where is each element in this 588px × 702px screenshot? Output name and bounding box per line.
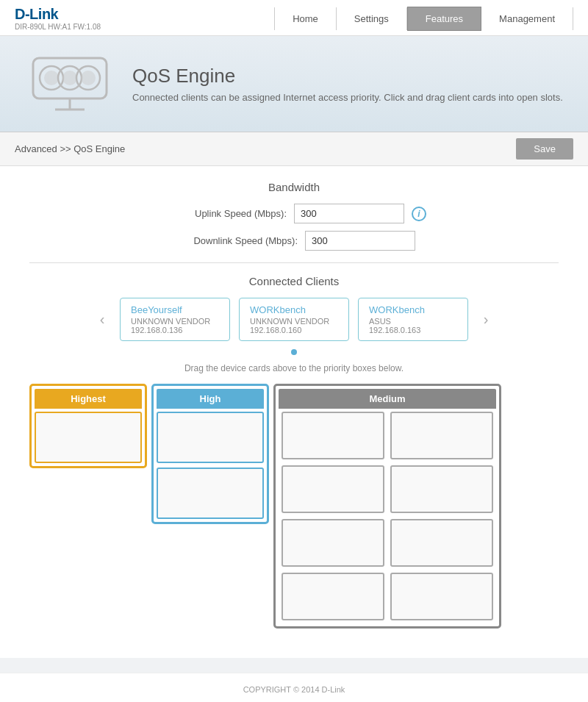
downlink-input[interactable] (305, 231, 415, 251)
client-vendor-1: UNKNOWN VENDOR (250, 317, 338, 326)
carousel-dot-0 (291, 349, 297, 355)
svg-point-4 (62, 71, 77, 85)
nav-settings[interactable]: Settings (337, 7, 407, 30)
client-name-2: WORKbench (369, 304, 457, 315)
hero-description: Connected clients can be assigned Intern… (132, 92, 563, 103)
medium-slot-1[interactable] (390, 412, 493, 459)
nav-management[interactable]: Management (481, 7, 573, 30)
hero-icon (22, 51, 118, 117)
uplink-group: Uplink Speed (Mbps): i (29, 204, 559, 223)
medium-slot-6[interactable] (282, 573, 384, 620)
svg-point-2 (44, 71, 59, 85)
carousel-dots (29, 345, 559, 357)
client-ip-1: 192.168.0.160 (250, 326, 338, 334)
client-name-1: WORKbench (250, 304, 338, 315)
client-vendor-2: ASUS (369, 317, 457, 326)
bandwidth-section: Bandwidth Uplink Speed (Mbps): i Downlin… (29, 181, 559, 251)
footer: COPYRIGHT © 2014 D-Link (0, 673, 588, 702)
header: D-Link DIR-890L HW:A1 FW:1.08 Home Setti… (0, 0, 588, 36)
device-info: DIR-890L HW:A1 FW:1.08 (15, 23, 101, 31)
connected-clients-title: Connected Clients (29, 275, 559, 287)
breadcrumb: Advanced >> QoS Engine (15, 143, 125, 154)
client-vendor-0: UNKNOWN VENDOR (131, 317, 219, 326)
drag-hint: Drag the device cards above to the prior… (29, 363, 559, 373)
nav-features[interactable]: Features (407, 7, 481, 31)
carousel-next-button[interactable]: › (476, 309, 496, 330)
medium-section: Medium (273, 384, 501, 628)
hero-section: QoS Engine Connected clients can be assi… (0, 36, 588, 132)
high-slot-1[interactable] (157, 468, 264, 519)
client-card-1[interactable]: WORKbench UNKNOWN VENDOR 192.168.0.160 (239, 298, 349, 341)
save-button[interactable]: Save (516, 138, 573, 160)
client-card-0[interactable]: BeeYourself UNKNOWN VENDOR 192.168.0.136 (120, 298, 230, 341)
bandwidth-title: Bandwidth (29, 181, 559, 193)
high-section: High (151, 384, 269, 524)
highest-label: Highest (35, 389, 142, 409)
page-title: QoS Engine (132, 65, 563, 87)
medium-slot-5[interactable] (390, 519, 493, 567)
toolbar: Advanced >> QoS Engine Save (0, 132, 588, 166)
client-card-2[interactable]: WORKbench ASUS 192.168.0.163 (358, 298, 468, 341)
logo-text: D-Link (15, 6, 101, 23)
nav-home[interactable]: Home (274, 7, 337, 30)
connected-clients-section: Connected Clients ‹ BeeYourself UNKNOWN … (29, 275, 559, 373)
priority-boxes-row: Highest High Medium (29, 384, 559, 628)
content-area: Bandwidth Uplink Speed (Mbps): i Downlin… (0, 166, 588, 658)
client-cards-container: BeeYourself UNKNOWN VENDOR 192.168.0.136… (120, 298, 468, 341)
medium-slot-4[interactable] (282, 519, 384, 567)
high-label: High (157, 389, 264, 409)
medium-slot-3[interactable] (390, 465, 493, 513)
hero-text: QoS Engine Connected clients can be assi… (132, 65, 563, 103)
medium-label: Medium (279, 389, 496, 409)
uplink-label: Uplink Speed (Mbps): (162, 208, 287, 219)
client-name-0: BeeYourself (131, 304, 219, 315)
medium-slot-7[interactable] (390, 573, 493, 620)
carousel-prev-button[interactable]: ‹ (92, 309, 112, 330)
client-ip-0: 192.168.0.136 (131, 326, 219, 334)
client-ip-2: 192.168.0.163 (369, 326, 457, 334)
svg-point-6 (81, 71, 96, 85)
medium-grid (279, 409, 496, 623)
uplink-input[interactable] (294, 204, 404, 223)
main-nav: Home Settings Features Management (274, 7, 573, 31)
high-slot-0[interactable] (157, 412, 264, 463)
highest-section: Highest (29, 384, 147, 468)
divider (29, 262, 559, 263)
uplink-info-icon[interactable]: i (412, 207, 426, 221)
medium-slot-0[interactable] (282, 412, 384, 459)
downlink-group: Downlink Speed (Mbps): (29, 231, 559, 251)
medium-slot-2[interactable] (282, 465, 384, 513)
downlink-label: Downlink Speed (Mbps): (173, 235, 298, 246)
carousel-wrapper: ‹ BeeYourself UNKNOWN VENDOR 192.168.0.1… (29, 298, 559, 341)
copyright-text: COPYRIGHT © 2014 D-Link (243, 685, 345, 694)
highest-slot-0[interactable] (35, 412, 142, 463)
logo: D-Link DIR-890L HW:A1 FW:1.08 (15, 6, 101, 31)
